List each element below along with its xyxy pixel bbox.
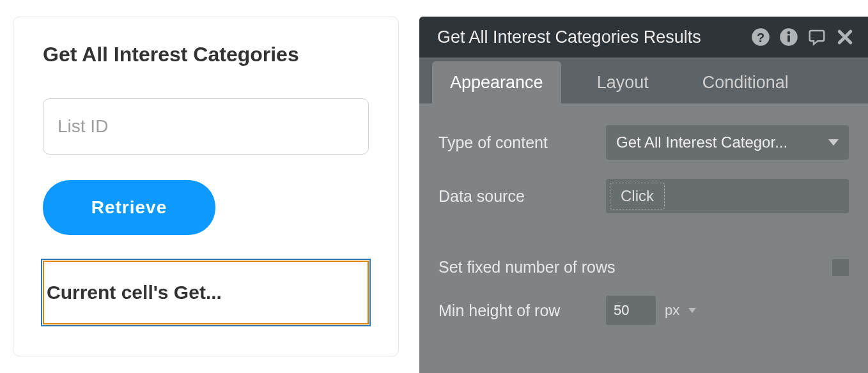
help-icon[interactable]: ? <box>750 27 771 47</box>
list-id-input[interactable] <box>43 98 369 155</box>
type-of-content-select[interactable]: Get All Interest Categor... <box>606 125 849 160</box>
chevron-down-icon <box>828 139 839 146</box>
type-of-content-label: Type of content <box>438 133 606 152</box>
row-min-height: Min height of row px <box>438 296 849 325</box>
tab-layout[interactable]: Layout <box>579 61 667 103</box>
panel-tabs: Appearance Layout Conditional <box>419 57 868 103</box>
svg-text:?: ? <box>757 31 764 45</box>
panel-header: Get All Interest Categories Results ? <box>419 17 868 57</box>
card-title: Get All Interest Categories <box>43 43 369 66</box>
min-height-label: Min height of row <box>438 301 606 320</box>
min-height-input[interactable] <box>606 296 656 325</box>
fixed-rows-label: Set fixed number of rows <box>438 258 832 277</box>
data-source-box[interactable]: Click <box>606 179 849 213</box>
info-icon[interactable] <box>779 27 799 47</box>
row-data-source: Data source Click <box>438 179 849 213</box>
close-icon[interactable] <box>835 27 855 47</box>
tab-appearance[interactable]: Appearance <box>432 61 561 103</box>
min-height-unit-select[interactable]: px <box>665 302 696 319</box>
data-source-click[interactable]: Click <box>610 183 665 209</box>
row-fixed-rows: Set fixed number of rows <box>438 258 849 277</box>
cell-dynamic-text: Current cell's Get... <box>47 282 222 303</box>
row-type-of-content: Type of content Get All Interest Categor… <box>438 125 849 160</box>
fixed-rows-checkbox[interactable] <box>832 259 849 276</box>
min-height-unit-label: px <box>665 302 679 319</box>
comment-icon[interactable] <box>807 27 827 47</box>
svg-point-4 <box>787 31 791 34</box>
panel-title: Get All Interest Categories Results <box>437 27 750 47</box>
data-source-label: Data source <box>438 187 606 206</box>
retrieve-button[interactable]: Retrieve <box>43 180 215 235</box>
type-of-content-value: Get All Interest Categor... <box>616 133 823 151</box>
svg-rect-3 <box>787 36 790 42</box>
panel-body: Type of content Get All Interest Categor… <box>419 103 868 357</box>
panel-header-icons: ? <box>750 27 855 47</box>
tab-conditional[interactable]: Conditional <box>685 61 807 103</box>
spacer <box>438 232 849 258</box>
repeating-group-cell[interactable]: Current cell's Get... <box>43 261 369 324</box>
chevron-down-icon <box>688 308 696 313</box>
property-panel: Get All Interest Categories Results ? Ap… <box>419 17 868 373</box>
editor-card: Get All Interest Categories Retrieve Cur… <box>13 17 399 356</box>
